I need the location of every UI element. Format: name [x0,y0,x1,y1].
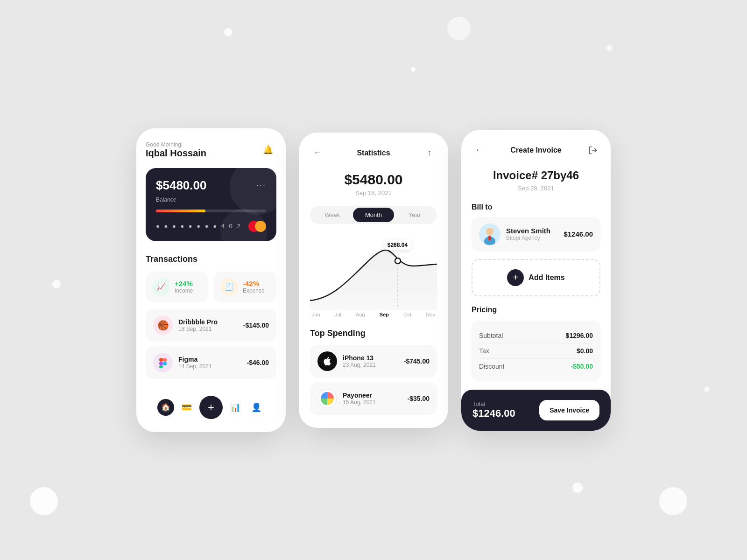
expense-percent: -42% [243,280,265,287]
figma-logo [153,353,173,372]
bill-to-label: Bill to [472,203,600,211]
dribbble-logo: 🏀 [153,315,173,335]
pricing-label: Pricing [472,306,600,314]
client-company: Bitopi Agency [506,235,558,241]
card-balance-amount: $5480.00 [156,178,206,193]
spending-date-payoneer: 15 Aug, 2021 [343,399,402,406]
invoice-footer: Total $1246.00 Save Invoice [461,390,611,431]
spending-item-iphone[interactable]: iPhone 13 23 Aug, 2021 -$745.00 [310,345,437,378]
x-axis-nov: Nov [426,312,435,317]
income-label: Income [175,287,193,294]
transaction-name-figma: Figma [178,356,241,363]
tab-bar: Week Month Year [310,206,437,224]
bell-icon[interactable]: 🔔 [260,141,276,158]
bill-to-card: Steven Smith Bitopi Agency $1246.00 [472,217,600,252]
invoice-screen: ← Create Invoice Invoice# 27by46 Sep 28,… [461,130,611,431]
svg-rect-3 [159,365,163,368]
pricing-card: Subtotal $1296.00 Tax $0.00 Discount -$5… [472,321,600,381]
chart-x-axis: Jun Jul Aug Sep Oct Nov [310,312,437,317]
stats-back-button[interactable]: ← [310,146,325,161]
invoice-back-button[interactable]: ← [472,143,486,158]
invoice-title: Create Invoice [510,146,561,154]
spending-date-iphone: 23 Aug, 2021 [343,362,398,368]
nav-cards-icon[interactable]: 💳 [178,399,195,416]
top-spending-title: Top Spending [310,329,437,338]
svg-point-9 [486,228,493,235]
client-amount: $1246.00 [564,230,593,238]
subtotal-label: Subtotal [479,332,503,339]
pricing-tax-row: Tax $0.00 [479,343,593,359]
card-menu-icon[interactable]: ··· [256,181,266,190]
wallet-username: Iqbal Hossain [146,148,206,159]
income-percent: +24% [175,280,193,287]
expense-stat-card: 🧾 -42% Expense [214,272,276,302]
wallet-user-info: Good Morning! Iqbal Hossain [146,141,206,159]
discount-label: Discount [479,363,504,370]
bottom-nav: 🏠 💳 + 📊 👤 [146,388,276,432]
transaction-name-dribbble: Dribbble Pro [178,318,238,326]
add-items-plus-icon: + [507,269,524,286]
wallet-greeting: Good Morning! [146,141,206,148]
invoice-logout-icon[interactable] [585,143,600,158]
spending-name-iphone: iPhone 13 [343,354,398,362]
expense-icon: 🧾 [220,278,238,296]
stats-amount-container: $5480.00 [310,172,437,188]
total-label: Total [472,400,515,407]
nav-home-icon[interactable]: 🏠 [157,399,174,416]
spending-name-payoneer: Payoneer [343,392,402,399]
spending-amount-iphone: -$745.00 [404,357,430,365]
transaction-item-figma[interactable]: Figma 14 Sep, 2021 -$46.00 [146,346,276,379]
wallet-header: Good Morning! Iqbal Hossain 🔔 [146,141,276,159]
stats-date: Sep 16, 2021 [310,189,437,196]
add-items-label: Add Items [529,273,564,282]
expense-label: Expense [243,287,265,294]
transaction-list: 🏀 Dribbble Pro 18 Sep, 2021 -$145.00 [146,309,276,379]
nav-add-button[interactable]: + [199,396,223,419]
save-invoice-button[interactable]: Save Invoice [539,400,599,420]
tax-value: $0.00 [577,347,593,355]
stats-amount-value: $5480.00 [310,172,437,188]
stats-share-button[interactable]: ↑ [422,146,437,161]
income-icon: 📈 [152,278,170,296]
spending-amount-payoneer: -$35.00 [408,395,430,402]
add-items-button[interactable]: + Add Items [472,259,600,296]
svg-rect-0 [159,358,163,362]
svg-rect-2 [159,362,163,365]
client-name: Steven Smith [506,227,558,235]
tab-year[interactable]: Year [394,208,435,222]
transaction-amount-figma: -$46.00 [247,359,269,366]
card-balance-label: Balance [156,196,266,203]
svg-rect-1 [163,358,167,362]
pricing-discount-row: Discount -$50.00 [479,359,593,374]
statistics-screen: ← Statistics ↑ $5480.00 Sep 16, 2021 Wee… [299,133,448,428]
stats-chart: $268.04 Jun Jul A [310,235,437,319]
pricing-subtotal-row: Subtotal $1296.00 [479,328,593,343]
stats-title: Statistics [357,149,390,157]
credit-card: $5480.00 ··· Balance ● ● ● ● ● ● ● ● 4 0… [146,168,276,241]
transaction-date-figma: 14 Sep, 2021 [178,363,241,370]
mastercard-icon [248,221,266,232]
nav-stats-icon[interactable]: 📊 [227,399,244,416]
tab-month[interactable]: Month [353,208,394,222]
client-avatar [479,224,500,245]
spending-item-payoneer[interactable]: Payoneer 15 Aug, 2021 -$35.00 [310,382,437,415]
x-axis-aug: Aug [356,312,365,317]
spending-list: iPhone 13 23 Aug, 2021 -$745.00 Payoneer… [310,345,437,428]
svg-point-4 [163,362,167,365]
transaction-amount-dribbble: -$145.00 [243,322,269,329]
nav-profile-icon[interactable]: 👤 [248,399,265,416]
invoice-date: Sep 28, 2021 [472,185,600,192]
chart-tooltip: $268.04 [384,240,411,250]
discount-value: -$50.00 [571,363,593,370]
transaction-stats: 📈 +24% Income 🧾 -42% Expense [146,272,276,302]
invoice-header: ← Create Invoice [472,143,600,158]
stats-header: ← Statistics ↑ [310,146,437,161]
card-number: ● ● ● ● ● ● ● ● 4 0 2 [156,223,242,230]
x-axis-oct: Oct [403,312,411,317]
transaction-item-dribbble[interactable]: 🏀 Dribbble Pro 18 Sep, 2021 -$145.00 [146,309,276,342]
subtotal-value: $1296.00 [566,332,593,339]
apple-logo [317,351,337,371]
invoice-number: Invoice# 27by46 [472,169,600,182]
tab-week[interactable]: Week [312,208,353,222]
x-axis-sep: Sep [380,312,389,317]
